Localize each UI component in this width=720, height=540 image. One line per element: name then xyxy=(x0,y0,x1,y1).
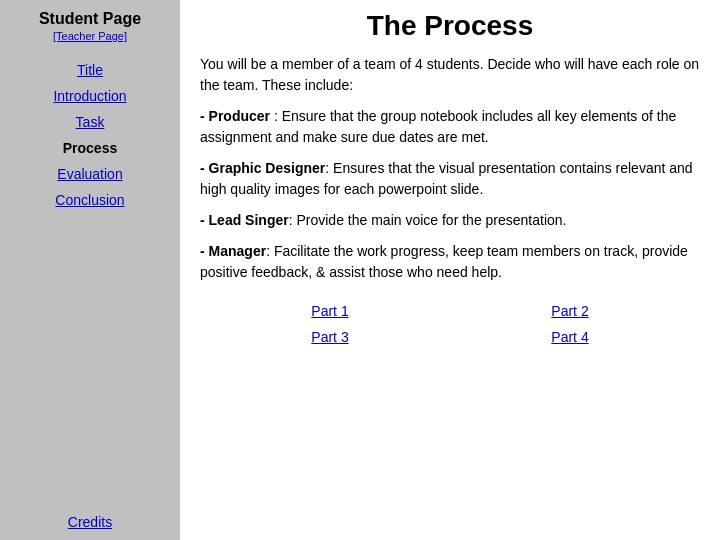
role-producer: - Producer : Ensure that the group noteb… xyxy=(200,106,700,148)
credits-link[interactable]: Credits xyxy=(68,514,112,530)
teacher-page-link[interactable]: [Teacher Page] xyxy=(53,30,127,42)
page-title: The Process xyxy=(200,10,700,42)
sidebar-item-process: Process xyxy=(63,140,117,156)
sidebar-nav: TitleIntroductionTaskProcessEvaluationCo… xyxy=(0,62,180,514)
main-content: The Process You will be a member of a te… xyxy=(180,0,720,540)
intro-text: You will be a member of a team of 4 stud… xyxy=(200,54,700,96)
part2-link[interactable]: Part 2 xyxy=(470,303,670,319)
sidebar: Student Page [Teacher Page] TitleIntrodu… xyxy=(0,0,180,540)
sidebar-item-task[interactable]: Task xyxy=(76,114,105,130)
role-lead-singer: - Lead Singer: Provide the main voice fo… xyxy=(200,210,700,231)
sidebar-item-conclusion[interactable]: Conclusion xyxy=(55,192,124,208)
parts-grid: Part 1Part 2Part 3Part 4 xyxy=(200,303,700,345)
roles-container: - Producer : Ensure that the group noteb… xyxy=(200,106,700,283)
sidebar-item-evaluation[interactable]: Evaluation xyxy=(57,166,122,182)
sidebar-item-introduction[interactable]: Introduction xyxy=(53,88,126,104)
role-graphic-designer: - Graphic Designer: Ensures that the vis… xyxy=(200,158,700,200)
sidebar-item-title[interactable]: Title xyxy=(77,62,103,78)
part3-link[interactable]: Part 3 xyxy=(230,329,430,345)
sidebar-title: Student Page xyxy=(39,10,141,28)
part4-link[interactable]: Part 4 xyxy=(470,329,670,345)
role-manager: - Manager: Facilitate the work progress,… xyxy=(200,241,700,283)
part1-link[interactable]: Part 1 xyxy=(230,303,430,319)
